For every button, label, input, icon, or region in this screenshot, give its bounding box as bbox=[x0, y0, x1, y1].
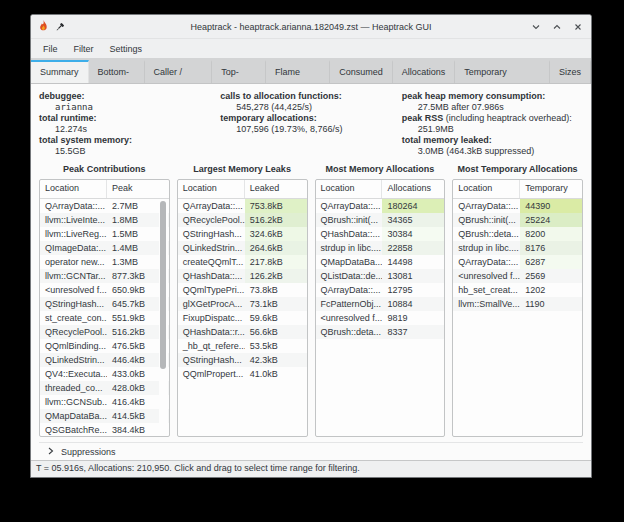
value-cell: 516.2kB bbox=[245, 213, 307, 227]
table-largest-memory-leaks[interactable]: LocationLeakedQArrayData::...753.8kBQRec… bbox=[177, 179, 308, 437]
summary-label: peak RSS (including heaptrack overhead): bbox=[402, 113, 583, 124]
table-row[interactable]: QMapDataBa...414.5kB bbox=[40, 409, 169, 423]
table-row[interactable]: _hb_qt_refere...53.5kB bbox=[178, 339, 307, 353]
tab-flame-graph[interactable]: Flame Graph bbox=[266, 60, 330, 83]
summary-label-text: temporary allocations: bbox=[220, 113, 317, 123]
table-row[interactable]: QMapDataBa...14498 bbox=[316, 255, 445, 269]
location-cell: llvm::SmallVe... bbox=[453, 297, 520, 311]
table-row[interactable]: QArrayData::...6287 bbox=[453, 255, 582, 269]
table-most-memory-allocations[interactable]: LocationAllocationsQArrayData::...180264… bbox=[315, 179, 446, 437]
summary-value: 251.9MB bbox=[402, 124, 583, 135]
tab-caller-callee[interactable]: Caller / Callee bbox=[145, 60, 213, 83]
table-most-temporary-allocations[interactable]: LocationTemporaryQArrayData::...44390QBr… bbox=[452, 179, 583, 437]
value-cell: 753.8kB bbox=[245, 199, 307, 213]
vertical-scrollbar[interactable] bbox=[159, 199, 168, 435]
location-cell: <unresolved f... bbox=[40, 283, 107, 297]
suppressions-expander[interactable]: Suppressions bbox=[39, 442, 583, 460]
menu-settings[interactable]: Settings bbox=[102, 42, 151, 56]
column-header-leaked[interactable]: Leaked bbox=[245, 180, 307, 198]
table-row[interactable]: FixupDispatc...59.6kB bbox=[178, 311, 307, 325]
table-row[interactable]: <unresolved f...9819 bbox=[316, 311, 445, 325]
status-bar[interactable]: T = 05.916s, Allocations: 210,950. Click… bbox=[31, 460, 591, 477]
table-row[interactable]: QQmlBinding...476.5kB bbox=[40, 339, 169, 353]
table-row[interactable]: threaded_co...428.0kB bbox=[40, 381, 169, 395]
column-header-location[interactable]: Location bbox=[453, 180, 520, 198]
table-row[interactable]: QArrayData::...2.7MB bbox=[40, 199, 169, 213]
summary-value: 545,278 (44,425/s) bbox=[220, 102, 401, 113]
tab-temporary-allocations[interactable]: Temporary Allocations bbox=[455, 60, 550, 83]
table-row[interactable]: QBrush::deta...8337 bbox=[316, 325, 445, 339]
table-row[interactable]: QHashData::...30384 bbox=[316, 227, 445, 241]
table-row[interactable]: QQmlTypePri...73.8kB bbox=[178, 283, 307, 297]
scrollbar-thumb[interactable] bbox=[160, 201, 166, 369]
table-row[interactable]: QHashData::r...56.6kB bbox=[178, 325, 307, 339]
table-row[interactable]: QSGBatchRe...384.4kB bbox=[40, 423, 169, 437]
table-row[interactable]: QStringHash...645.7kB bbox=[40, 297, 169, 311]
table-row[interactable]: QLinkedStrin...264.6kB bbox=[178, 241, 307, 255]
table-row[interactable]: QStringHash...324.6kB bbox=[178, 227, 307, 241]
table-row[interactable]: QRecyclePool...516.2kB bbox=[40, 325, 169, 339]
table-row[interactable]: QStringHash...42.3kB bbox=[178, 353, 307, 367]
summary-label: total runtime: bbox=[39, 113, 220, 124]
table-row[interactable]: QBrush::deta...8200 bbox=[453, 227, 582, 241]
tab-consumed[interactable]: Consumed bbox=[330, 60, 393, 83]
tab-bottom-up[interactable]: Bottom-Up bbox=[89, 60, 145, 83]
table-row[interactable]: QQmlPropert...41.0kB bbox=[178, 367, 307, 381]
location-cell: QArrayData::... bbox=[453, 199, 520, 213]
column-header-location[interactable]: Location bbox=[40, 180, 107, 198]
table-row[interactable]: llvm::LiveReg...1.5MB bbox=[40, 227, 169, 241]
menu-file[interactable]: File bbox=[35, 42, 66, 56]
location-cell: createQQmlT... bbox=[178, 255, 245, 269]
menu-filter[interactable]: Filter bbox=[66, 42, 102, 56]
table-row[interactable]: QLinkedStrin...446.4kB bbox=[40, 353, 169, 367]
tab-summary[interactable]: Summary bbox=[31, 60, 89, 83]
column-header-allocations[interactable]: Allocations bbox=[382, 180, 444, 198]
table-row[interactable]: operator new...1.3MB bbox=[40, 255, 169, 269]
location-cell: llvm::GCNTar... bbox=[40, 269, 107, 283]
location-cell: QBrush::deta... bbox=[316, 325, 383, 339]
location-cell: QQmlBinding... bbox=[40, 339, 107, 353]
value-cell: 8337 bbox=[382, 325, 444, 339]
table-row[interactable]: QBrush::init(...25224 bbox=[453, 213, 582, 227]
table-row[interactable]: QRecyclePool...516.2kB bbox=[178, 213, 307, 227]
summary-value: 107,596 (19.73%, 8,766/s) bbox=[220, 124, 401, 135]
table-row[interactable]: strdup in libc....8176 bbox=[453, 241, 582, 255]
table-row[interactable]: createQQmlT...217.8kB bbox=[178, 255, 307, 269]
table-row[interactable]: QV4::Executa...433.0kB bbox=[40, 367, 169, 381]
table-row[interactable]: QHashData::...126.2kB bbox=[178, 269, 307, 283]
table-row[interactable]: llvm::SmallVe...1190 bbox=[453, 297, 582, 311]
value-cell: 73.1kB bbox=[245, 297, 307, 311]
table-row[interactable]: QImageData:...1.4MB bbox=[40, 241, 169, 255]
table-row[interactable]: <unresolved f...2569 bbox=[453, 269, 582, 283]
table-row[interactable]: QListData::de...13081 bbox=[316, 269, 445, 283]
window-close-icon[interactable] bbox=[573, 22, 583, 32]
table-row[interactable]: QArrayData::...12795 bbox=[316, 283, 445, 297]
column-header-peak[interactable]: Peak bbox=[107, 180, 169, 198]
table-row[interactable]: QArrayData::...753.8kB bbox=[178, 199, 307, 213]
value-cell: 1202 bbox=[520, 283, 582, 297]
table-row[interactable]: llvm::LiveInte...1.8MB bbox=[40, 213, 169, 227]
table-row[interactable]: QBrush::init(...34365 bbox=[316, 213, 445, 227]
table-row[interactable]: st_create_con...551.9kB bbox=[40, 311, 169, 325]
table-row[interactable]: llvm::GCNTar...877.3kB bbox=[40, 269, 169, 283]
tab-sizes[interactable]: Sizes bbox=[550, 60, 591, 83]
table-row[interactable]: glXGetProcA...73.1kB bbox=[178, 297, 307, 311]
table-row[interactable]: strdup in libc....22858 bbox=[316, 241, 445, 255]
summary-column-1: debuggee:ariannatotal runtime:12.274stot… bbox=[39, 91, 220, 157]
column-header-temporary[interactable]: Temporary bbox=[520, 180, 582, 198]
column-header-location[interactable]: Location bbox=[316, 180, 383, 198]
window-minimize-icon[interactable] bbox=[531, 22, 541, 32]
table-row[interactable]: QArrayData::...44390 bbox=[453, 199, 582, 213]
table-row[interactable]: llvm::GCNSub...416.4kB bbox=[40, 395, 169, 409]
window-maximize-icon[interactable] bbox=[552, 22, 562, 32]
table-peak-contributions[interactable]: LocationPeakQArrayData::...2.7MBllvm::Li… bbox=[39, 179, 170, 437]
table-row[interactable]: hb_set_creat...1202 bbox=[453, 283, 582, 297]
column-header-location[interactable]: Location bbox=[178, 180, 245, 198]
tab-top-down[interactable]: Top-Down bbox=[212, 60, 266, 83]
table-row[interactable]: FcPatternObj...10884 bbox=[316, 297, 445, 311]
table-row[interactable]: <unresolved f...650.9kB bbox=[40, 283, 169, 297]
panel-peak-contributions: Peak ContributionsLocationPeakQArrayData… bbox=[39, 162, 170, 437]
table-row[interactable]: QArrayData::...180264 bbox=[316, 199, 445, 213]
tab-allocations[interactable]: Allocations bbox=[393, 60, 456, 83]
title-bar[interactable]: Heaptrack - heaptrack.arianna.182049.zst… bbox=[31, 15, 591, 39]
